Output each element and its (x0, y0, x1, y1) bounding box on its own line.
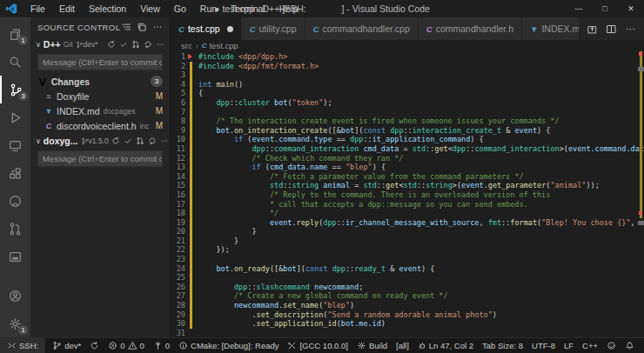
status-encoding[interactable]: UTF-8 (527, 338, 560, 353)
minimize-button[interactable]: — (566, 0, 592, 17)
ellipsis-icon[interactable] (625, 23, 636, 35)
sync-icon[interactable] (111, 137, 120, 145)
breadcrumb-item-src[interactable]: src (181, 41, 192, 50)
commit-message-input-0[interactable]: Message (Ctrl+Enter to commit on... (37, 54, 163, 70)
status-git-branch[interactable]: dev* (48, 338, 85, 353)
line-number: 27 (171, 291, 190, 301)
code-text: .set_application_id(bot.me.id) (198, 319, 386, 329)
status-language-mode[interactable]: C++ (578, 338, 602, 353)
gutter-modified-mark (190, 319, 192, 329)
status-remote-indicator[interactable]: SSH: (0, 338, 45, 353)
tab-commandhandler.h[interactable]: Ccommandhandler.h (419, 17, 522, 40)
activity-panel-view[interactable] (0, 243, 30, 270)
layers-icon[interactable] (137, 22, 147, 32)
split-editor-icon[interactable] (606, 23, 617, 35)
tab-test.cpp[interactable]: Ctest.cpp (171, 17, 242, 40)
changes-count-badge: 3 (151, 76, 163, 87)
activity-settings[interactable]: 1 (0, 310, 30, 337)
tab-INDEX.md[interactable]: ▼INDEX.mdM (522, 17, 579, 40)
activity-source-control[interactable]: 3 (0, 76, 30, 103)
status-cmake-build[interactable]: Build (352, 338, 392, 353)
maximize-button[interactable]: □ (592, 0, 618, 17)
repo-name: doxyg... (44, 136, 78, 146)
status-eol-sequence[interactable]: LF (560, 338, 578, 353)
changed-file-row[interactable]: Cdiscordvoiceclient.hinclude/d...M (30, 118, 170, 133)
repo-header-1[interactable]: ∨doxyg...v1.5.0 (30, 133, 170, 149)
gear-icon (357, 341, 366, 350)
gutter-modified-mark (190, 163, 192, 172)
changes-label: Changes (51, 77, 90, 87)
activity-github[interactable] (0, 187, 30, 215)
menu-selection[interactable]: Selection (83, 2, 132, 16)
activity-search[interactable] (0, 48, 30, 76)
ellipsis-icon[interactable] (156, 40, 164, 49)
menu-view[interactable]: View (134, 2, 166, 16)
line-number: 16 (171, 190, 190, 200)
dirty-indicator-icon[interactable] (227, 26, 233, 32)
ellipsis-icon[interactable] (160, 137, 169, 145)
menu-go[interactable]: Go (168, 2, 192, 16)
code-line: 2#include <dpp/fmt/format.h> (171, 62, 644, 71)
activity-accounts[interactable] (0, 282, 30, 310)
commit-message-input-1[interactable]: Message (Ctrl+Enter to commit on... (37, 150, 163, 167)
line-number: 24 (171, 264, 190, 274)
status-sync-changes[interactable] (85, 338, 104, 353)
status-problems[interactable]: 00 (104, 338, 149, 353)
status-indentation[interactable]: Tab Size: 8 (478, 338, 527, 353)
check-icon[interactable] (119, 40, 128, 49)
refresh-icon[interactable] (144, 40, 152, 49)
gutter-modified-mark (190, 108, 192, 117)
status-cursor-position[interactable]: Ln 47, Col 2 (425, 338, 478, 353)
activity-explorer[interactable]: 1 (0, 20, 30, 48)
ruler-scroll-mark (638, 67, 644, 71)
tab-utility.cpp[interactable]: Cutility.cpp (242, 17, 305, 40)
doxyfile-icon: ≡ (44, 92, 53, 101)
line-number: 22 (171, 245, 190, 255)
activity-github-pull-requests[interactable] (0, 215, 30, 243)
status-cmake-debug[interactable] (413, 338, 425, 353)
ellipsis-icon[interactable] (152, 22, 163, 32)
status-ports[interactable]: 0 (149, 338, 174, 353)
check-icon[interactable] (124, 137, 132, 145)
status-cmake-kit[interactable]: [GCC 10.0.0] (283, 338, 352, 353)
gutter-modified-mark (190, 236, 192, 246)
list-tree-icon[interactable] (121, 22, 131, 32)
changed-file-row[interactable]: ≡DoxyfileM (30, 89, 170, 103)
repo-header-0[interactable]: ∨D++Gitdev* (30, 37, 170, 52)
ruler-error-mark (639, 52, 642, 56)
pull-request-icon[interactable] (131, 40, 140, 49)
chevron-down-icon: ∨ (36, 41, 41, 49)
sidebar-header: SOURCE CONTROL (30, 17, 170, 37)
activity-extensions[interactable] (0, 159, 30, 187)
status-feedback[interactable] (602, 338, 621, 353)
code-editor[interactable]: 1#include <dpp/dpp.h>2#include <dpp/fmt/… (171, 51, 644, 337)
tab-commandhandler.cpp[interactable]: Ccommandhandler.cpp (305, 17, 419, 40)
activity-remote-explorer[interactable] (0, 131, 30, 159)
line-number: 12 (171, 154, 190, 163)
activity-badge: 3 (18, 91, 28, 101)
code-line: 30 .set_application_id(bot.me.id) (171, 319, 644, 329)
sync-icon[interactable] (107, 40, 116, 49)
refresh-icon[interactable] (148, 137, 157, 145)
run-icon[interactable] (587, 23, 598, 35)
sidebar-body: ∨D++Gitdev*Message (Ctrl+Enter to commit… (30, 37, 170, 170)
status-notifications[interactable] (621, 338, 639, 353)
menu-file[interactable]: File (24, 2, 51, 16)
tools-icon (287, 341, 297, 350)
repo-provider: Git (64, 40, 73, 49)
pull-request-icon[interactable] (136, 137, 144, 145)
status-cmake-status[interactable]: CMake: [Debug]: Ready (174, 338, 283, 353)
line-number: 25 (171, 273, 190, 283)
c-header-icon: C (44, 122, 53, 130)
changes-section-header[interactable]: ∨Changes3 (30, 74, 170, 89)
code-line: 29 .set_description("Send a random adora… (171, 310, 644, 320)
breadcrumb-item-test.cpp[interactable]: Ctest.cpp (202, 41, 238, 50)
overview-ruler[interactable] (637, 51, 644, 337)
menu-edit[interactable]: Edit (53, 2, 81, 16)
breadcrumb-separator: › (196, 42, 198, 50)
activity-run-and-debug[interactable] (0, 103, 30, 131)
changed-file-row[interactable]: ▼INDEX.mddocpagesM (30, 103, 170, 118)
close-button[interactable]: ✕ (618, 0, 644, 17)
status-cmake-target[interactable]: [all] (392, 338, 413, 353)
tab-label: commandhandler.cpp (322, 23, 409, 34)
